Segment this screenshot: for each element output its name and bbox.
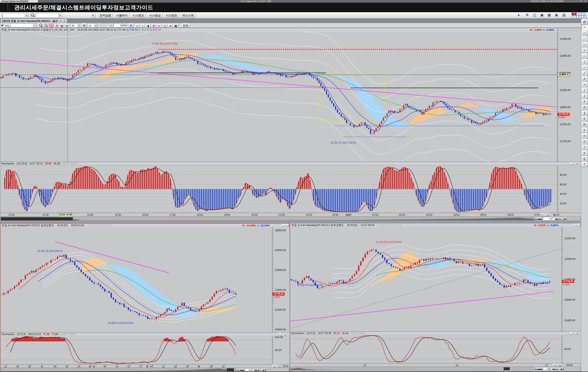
zoom-in-icon[interactable]: ⊕ <box>556 368 558 370</box>
cursor-tool-icon[interactable]: ↖ <box>582 25 588 30</box>
play-icon[interactable]: ▶ <box>535 218 537 220</box>
pane-menu-icon[interactable]: ─ <box>286 224 289 226</box>
period-button[interactable]: 일 <box>49 24 54 28</box>
fibo-retracement-icon[interactable]: ≡ <box>582 82 588 87</box>
bar-position-input[interactable] <box>543 217 555 221</box>
line-settings-icon[interactable]: ✓ <box>135 24 140 28</box>
chart-type-icon[interactable]: ▤ <box>582 19 588 24</box>
memo-tool-icon[interactable]: ▨ <box>582 42 588 47</box>
hourly-stochastics-chart[interactable] <box>290 335 562 363</box>
rewind-icon[interactable]: ◀◀ <box>537 368 540 370</box>
forward-icon[interactable]: ▶▶ <box>540 218 543 220</box>
grid-view-icon[interactable]: ▦ <box>173 24 178 28</box>
virtual-desktop-button[interactable]: 3 <box>582 13 586 15</box>
draw-mode-button[interactable]: ✎ <box>553 364 557 366</box>
strategy-select[interactable]: ▼ <box>2 13 29 18</box>
new-chart-icon[interactable]: ▷ <box>157 24 162 28</box>
fibo-projection-icon[interactable]: ƒ <box>582 88 588 93</box>
menu-item[interactable]: 투자정보 <box>102 4 125 10</box>
sort-updown-icon[interactable]: ⇅ <box>151 24 156 28</box>
layout-tiles-icon[interactable]: ▦ <box>547 13 554 18</box>
text-note-icon[interactable]: A <box>582 76 588 81</box>
compress-icon[interactable]: ◆ <box>552 368 554 370</box>
main-scrollbar[interactable] <box>1 217 534 221</box>
restore-icon[interactable]: ❐ <box>579 0 583 3</box>
axis-zoom-button[interactable] <box>277 365 281 367</box>
virtual-desktop-button[interactable]: 1 <box>572 13 576 15</box>
vertical-segment-icon[interactable]: | <box>582 59 588 64</box>
pane-restore-icon[interactable]: ▫ <box>570 162 573 165</box>
close-pane-icon[interactable]: ⊠ <box>264 369 266 371</box>
hourly-scrollbar[interactable] <box>291 367 534 370</box>
zoom-in-icon[interactable]: ⊕ <box>559 218 561 220</box>
rewind-icon[interactable]: ◀◀ <box>537 218 540 220</box>
elliott-correction-icon[interactable]: W <box>582 122 588 127</box>
signal-view-icon[interactable]: ⁞ <box>140 24 145 28</box>
main-price-chart[interactable] <box>0 32 557 162</box>
pattern-tool-icon[interactable]: Ξ <box>582 145 588 150</box>
menu-item[interactable]: 시스템트레이딩 <box>62 4 102 10</box>
period-button[interactable]: 분 <box>65 24 69 28</box>
pane-restore-icon[interactable]: ▫ <box>283 224 285 226</box>
elliott-wave-icon[interactable]: E <box>582 116 588 121</box>
axis-zoom-button[interactable] <box>557 364 561 366</box>
tab-close-icon[interactable]: ✕ <box>63 20 65 22</box>
add-button[interactable]: + <box>91 13 95 18</box>
zoom-back-button[interactable] <box>43 23 48 27</box>
zoom-area-icon[interactable]: ▧ <box>582 30 588 36</box>
maximize-icon[interactable]: ▣ <box>262 369 264 371</box>
maximize-icon[interactable]: ▣ <box>563 218 565 220</box>
expand-icon[interactable]: ▶◀ <box>554 368 557 370</box>
pane-close-icon[interactable]: ✕ <box>284 333 286 335</box>
menu-item[interactable]: 주문/체결 <box>37 4 62 10</box>
horizontal-segment-icon[interactable]: — <box>582 53 588 59</box>
main-stochastics-chart[interactable] <box>0 165 557 213</box>
trend-line-icon[interactable]: ╱ <box>582 70 588 76</box>
close-icon[interactable]: ✕ <box>584 0 587 3</box>
virtual-desktop-button[interactable]: 6 <box>582 16 586 18</box>
screenshot-camera-icon[interactable]: ◉ <box>555 13 561 18</box>
expand-icon[interactable]: ▶◀ <box>557 218 560 220</box>
hourly-price-axis[interactable] <box>562 227 581 366</box>
daily-stochastics-chart[interactable] <box>1 336 272 364</box>
candle-settings-icon[interactable]: ♦ <box>168 24 173 28</box>
pane-close-icon[interactable]: ✕ <box>575 162 578 165</box>
fibo-arc-icon[interactable]: Λ <box>582 99 588 104</box>
draw-mode-button[interactable]: ✎ <box>540 213 544 216</box>
menu-item[interactable]: 시세 <box>26 4 37 10</box>
regression-tool-icon[interactable]: K <box>582 150 588 156</box>
search-button[interactable] <box>29 13 35 18</box>
period-button[interactable]: 월 <box>60 24 64 28</box>
pane-restore-icon[interactable]: ▫ <box>570 332 573 334</box>
pane-menu-icon[interactable]: ─ <box>578 223 580 226</box>
settings-gear-icon[interactable]: ⚙ <box>525 13 532 18</box>
strategy-button[interactable]: 전략실행 <box>98 13 113 18</box>
virtual-desktop-button[interactable]: 2 <box>577 13 581 15</box>
bars-unit-button[interactable]: 바 <box>129 23 134 27</box>
zigzag-line-icon[interactable]: ∿ <box>582 48 588 53</box>
play-icon[interactable]: ▶ <box>535 368 537 370</box>
daily-scrollbar[interactable] <box>1 368 236 371</box>
monitor-icon[interactable]: ▣ <box>540 13 546 18</box>
tv-view-icon[interactable]: ▢ <box>162 24 167 28</box>
strategy-button[interactable]: 시스템성 <box>147 13 163 18</box>
quote-box-icon[interactable]: Q <box>582 156 588 161</box>
close-pane-icon[interactable]: ⊠ <box>565 218 567 220</box>
zoom-search-button[interactable] <box>38 23 43 27</box>
pane-close-icon[interactable]: ✕ <box>575 332 578 334</box>
forward-icon[interactable]: ▶▶ <box>242 369 245 371</box>
strategy-button[interactable]: 시스템포 <box>164 13 179 18</box>
bar-position-input[interactable] <box>245 368 254 371</box>
bar-count-input[interactable] <box>114 23 128 27</box>
zoom-in-icon[interactable]: ⊕ <box>259 369 261 371</box>
chart-window-tab[interactable]: [3010] 연결_E-mini Nasdaq100-202212 - 일간 ∗… <box>0 19 67 23</box>
pin-icon[interactable]: ∗ <box>60 20 62 22</box>
minimize-icon[interactable]: — <box>575 0 578 3</box>
bar-position-input[interactable] <box>543 367 552 370</box>
play-icon[interactable]: ▶ <box>237 369 239 371</box>
volume-view-icon[interactable]: ▮ <box>146 24 151 28</box>
draw-mode-button[interactable]: ✎ <box>272 365 276 367</box>
compress-icon[interactable]: ◆ <box>254 369 256 371</box>
compress-icon[interactable]: ◆ <box>555 218 557 220</box>
expand-icon[interactable]: ▶◀ <box>256 369 259 371</box>
